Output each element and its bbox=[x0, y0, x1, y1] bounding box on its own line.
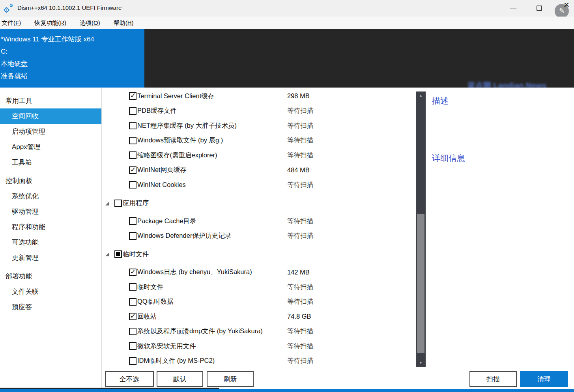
cleanup-group-row[interactable]: ✓临时文件 bbox=[102, 247, 416, 262]
item-checkbox[interactable]: ✓ bbox=[129, 328, 136, 335]
minimize-button[interactable]: — bbox=[504, 0, 522, 17]
cleanup-item-row[interactable]: ✓临时文件等待扫描 bbox=[102, 280, 416, 295]
item-pending-status: 等待扫描 bbox=[287, 151, 313, 160]
item-checkbox[interactable]: ✓ bbox=[129, 269, 136, 276]
item-checkbox[interactable]: ✓ bbox=[129, 298, 136, 306]
cleanup-item-row[interactable]: ✓Windows Defender保护历史记录等待扫描 bbox=[102, 229, 416, 244]
scroll-down-arrow-icon[interactable]: ▼ bbox=[416, 360, 426, 366]
item-checkbox[interactable]: ✓ bbox=[114, 250, 122, 258]
sidebar-section-header-0: 常用工具 bbox=[0, 93, 101, 108]
sidebar-item-1-4[interactable]: 更新管理 bbox=[0, 250, 101, 265]
menu-item-r[interactable]: 恢复功能(R) bbox=[30, 18, 70, 28]
sidebar-item-1-2[interactable]: 程序和功能 bbox=[0, 219, 101, 235]
item-label: 缩略图缓存(需重启explorer) bbox=[137, 151, 217, 160]
check-mark-icon: ✓ bbox=[130, 268, 136, 276]
item-checkbox[interactable]: ✓ bbox=[129, 92, 136, 100]
sidebar-item-0-1[interactable]: 启动项管理 bbox=[0, 124, 101, 139]
item-size-value: 484 MB bbox=[287, 166, 310, 174]
item-checkbox[interactable]: ✓ bbox=[129, 107, 136, 115]
cleanup-item-row[interactable]: ✓系统以及程序崩溃dmp文件 (by YukiSakura)等待扫描 bbox=[102, 324, 416, 339]
expander-triangle-icon[interactable] bbox=[105, 202, 109, 205]
item-checkbox[interactable]: ✓ bbox=[129, 357, 136, 365]
item-pending-status: 等待扫描 bbox=[287, 283, 313, 291]
item-checkbox[interactable]: ✓ bbox=[129, 122, 136, 129]
item-checkbox[interactable]: ✓ bbox=[129, 181, 136, 189]
cleanup-item-row[interactable]: ✓Windows日志 (by chenyu、YukiSakura)142 MB bbox=[102, 265, 416, 280]
item-label: IDM临时文件 (by MS-PC2) bbox=[137, 357, 215, 365]
default-button[interactable]: 默认 bbox=[157, 371, 203, 387]
expander-triangle-icon[interactable] bbox=[105, 252, 109, 256]
item-pending-status: 等待扫描 bbox=[287, 357, 313, 365]
item-checkbox[interactable]: ✓ bbox=[129, 313, 136, 320]
window-title: Dism++x64 10.1.1002.1 UEFI Firmware bbox=[17, 4, 122, 11]
item-label: 回收站 bbox=[137, 312, 157, 321]
item-label: Windows日志 (by chenyu、YukiSakura) bbox=[137, 268, 252, 276]
cleanup-item-row[interactable]: ✓WinINet Cookies等待扫描 bbox=[102, 177, 416, 192]
item-pending-status: 等待扫描 bbox=[287, 217, 313, 226]
item-label: NET程序集缓存 (by 大胖子技术员) bbox=[137, 121, 237, 130]
scroll-up-arrow-icon[interactable]: ▲ bbox=[416, 92, 426, 99]
item-pending-status: 等待扫描 bbox=[287, 121, 313, 130]
scrollbar-thumb[interactable] bbox=[417, 214, 424, 353]
cleanup-item-row[interactable]: ✓Terminal Server Client缓存298 MB bbox=[102, 89, 416, 104]
item-pending-status: 等待扫描 bbox=[287, 136, 313, 145]
item-checkbox[interactable]: ✓ bbox=[129, 283, 136, 291]
cleanup-item-row[interactable]: ✓Windows预读取文件 (by 辰g.)等待扫描 bbox=[102, 133, 416, 148]
drive-status-label: 准备就绪 bbox=[1, 70, 144, 82]
annotation-overlay-button[interactable]: ✎ ✕ bbox=[555, 4, 569, 18]
item-checkbox[interactable]: ✓ bbox=[114, 200, 122, 207]
cleanup-item-row[interactable]: ✓WinINet网页缓存484 MB bbox=[102, 163, 416, 178]
cleanup-item-row[interactable]: ✓Package Cache目录等待扫描 bbox=[102, 214, 416, 229]
item-pending-status: 等待扫描 bbox=[287, 106, 313, 115]
item-label: QQ临时数据 bbox=[137, 297, 174, 306]
sidebar-item-2-0[interactable]: 文件关联 bbox=[0, 284, 101, 299]
sidebar-item-2-1[interactable]: 预应答 bbox=[0, 299, 101, 315]
cleanup-list: ✓Terminal Server Client缓存298 MB✓PDB缓存文件等… bbox=[102, 88, 416, 368]
menu-item-o[interactable]: 选项(O) bbox=[76, 18, 104, 28]
drive-tab[interactable]: *Windows 11 专业工作站版 x64 C: 本地硬盘 准备就绪 bbox=[0, 29, 144, 88]
check-mark-icon: ✓ bbox=[130, 312, 136, 320]
clean-button[interactable]: 清理 bbox=[520, 371, 568, 387]
item-checkbox[interactable]: ✓ bbox=[129, 342, 136, 350]
refresh-button[interactable]: 刷新 bbox=[207, 371, 254, 387]
menu-item-f[interactable]: 文件(F) bbox=[0, 18, 25, 28]
item-checkbox[interactable]: ✓ bbox=[129, 217, 136, 225]
sidebar-item-1-0[interactable]: 系统优化 bbox=[0, 189, 101, 204]
os-edition-label: *Windows 11 专业工作站版 x64 bbox=[1, 33, 144, 45]
item-checkbox[interactable]: ✓ bbox=[129, 166, 136, 174]
vertical-scrollbar[interactable]: ▲ ▼ bbox=[416, 91, 426, 367]
item-label: 微软系安软无用文件 bbox=[137, 342, 196, 351]
item-checkbox[interactable]: ✓ bbox=[129, 232, 136, 240]
scan-button[interactable]: 扫描 bbox=[469, 371, 517, 387]
item-label: 应用程序 bbox=[123, 199, 149, 207]
cleanup-item-row[interactable]: ✓回收站74.8 GB bbox=[102, 309, 416, 324]
cleanup-item-row[interactable]: ✓缩略图缓存(需重启explorer)等待扫描 bbox=[102, 148, 416, 163]
item-label: 临时文件 bbox=[137, 283, 163, 291]
cleanup-item-row[interactable]: ✓NET程序集缓存 (by 大胖子技术员)等待扫描 bbox=[102, 118, 416, 133]
item-pending-status: 等待扫描 bbox=[287, 181, 313, 189]
cleanup-item-row[interactable]: ✓微软系安软无用文件等待扫描 bbox=[102, 339, 416, 354]
sidebar-item-0-0[interactable]: 空间回收 bbox=[0, 108, 101, 124]
drive-type-label: 本地硬盘 bbox=[1, 58, 144, 70]
item-checkbox[interactable]: ✓ bbox=[129, 137, 136, 144]
sidebar-item-0-2[interactable]: Appx管理 bbox=[0, 139, 101, 155]
item-pending-status: 等待扫描 bbox=[287, 231, 313, 240]
title-bar: ⚙ ⚙ Dism++x64 10.1.1002.1 UEFI Firmware … bbox=[0, 0, 574, 17]
item-checkbox[interactable]: ✓ bbox=[129, 151, 136, 159]
sidebar-item-0-3[interactable]: 工具箱 bbox=[0, 155, 101, 170]
cleanup-group-row[interactable]: ✓应用程序 bbox=[102, 196, 416, 211]
item-size-value: 74.8 GB bbox=[287, 313, 311, 320]
sidebar-section-header-1: 控制面板 bbox=[0, 173, 101, 189]
select-none-button[interactable]: 全不选 bbox=[105, 371, 154, 387]
cleanup-item-row[interactable]: ✓IDM临时文件 (by MS-PC2)等待扫描 bbox=[102, 354, 416, 369]
item-pending-status: 等待扫描 bbox=[287, 327, 313, 336]
cleanup-item-row[interactable]: ✓QQ临时数据等待扫描 bbox=[102, 295, 416, 310]
details-label: 详细信息 bbox=[432, 153, 465, 164]
item-label: Package Cache目录 bbox=[137, 217, 196, 226]
sidebar-nav: 常用工具空间回收启动项管理Appx管理工具箱控制面板系统优化驱动管理程序和功能可… bbox=[0, 88, 102, 388]
menu-item-h[interactable]: 帮助(H) bbox=[110, 18, 138, 28]
cleanup-item-row[interactable]: ✓PDB缓存文件等待扫描 bbox=[102, 104, 416, 119]
sidebar-item-1-3[interactable]: 可选功能 bbox=[0, 235, 101, 250]
sidebar-item-1-1[interactable]: 驱动管理 bbox=[0, 204, 101, 219]
maximize-button[interactable] bbox=[530, 0, 548, 17]
